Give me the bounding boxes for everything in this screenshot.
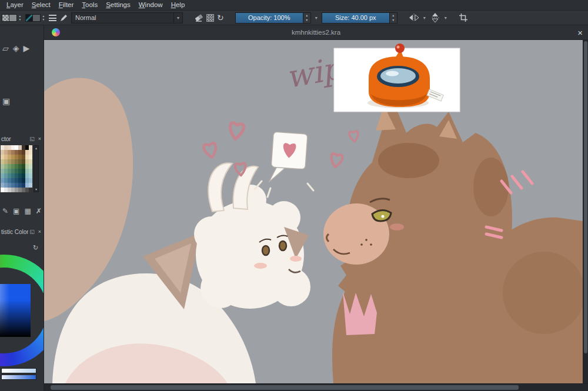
canvas-viewport: wip: [44, 40, 588, 383]
menu-select[interactable]: Select: [28, 0, 55, 10]
scroll-up-icon[interactable]: ▴: [34, 146, 38, 151]
tool-row: ▱ ◈ ▶: [2, 44, 29, 52]
delete-swatch-icon[interactable]: ✗: [36, 208, 42, 215]
vector-docker-header[interactable]: ctor ◱ ×: [0, 135, 44, 143]
mirror-v-dropdown-icon[interactable]: ▾: [443, 15, 448, 21]
grid-view-icon[interactable]: ▦: [24, 208, 31, 215]
canvas-artwork[interactable]: wip: [44, 40, 583, 383]
reference-image[interactable]: [334, 44, 460, 112]
eraser-icon[interactable]: [194, 14, 203, 22]
vertical-scrollbar-thumb[interactable]: [584, 41, 587, 353]
gradient-thumb-icon: [2, 14, 9, 22]
palette-swatch[interactable]: [29, 150, 32, 155]
float-docker-icon[interactable]: ◱: [28, 135, 36, 143]
save-palette-icon[interactable]: ▣: [13, 208, 19, 215]
close-docker-icon[interactable]: ×: [36, 135, 44, 143]
pattern-chooser[interactable]: ▴▾: [25, 14, 46, 22]
tool-move-icon[interactable]: ▶: [24, 44, 30, 52]
pattern-thumb2-icon: [33, 14, 41, 22]
size-value: Size: 40.00 px: [322, 12, 390, 24]
edit-palette-icon[interactable]: ✎: [2, 208, 8, 215]
blend-mode-select[interactable]: Normal ▾: [71, 12, 183, 24]
chevron-down-icon: ▾: [173, 13, 182, 23]
mirror-vertical-icon[interactable]: [430, 14, 440, 22]
fill-thumb-icon: [9, 14, 17, 22]
tool-select-icon[interactable]: ▣: [2, 97, 10, 105]
hue-gradient-strip[interactable]: [1, 375, 36, 380]
vector-docker-title: ctor: [0, 136, 28, 142]
palette-swatch[interactable]: [29, 169, 32, 173]
menu-filter[interactable]: Filter: [55, 0, 78, 10]
menu-bar: Layer Select Filter Tools Settings Windo…: [0, 0, 588, 11]
menu-layer[interactable]: Layer: [2, 0, 28, 10]
pattern-thumb-icon: [25, 14, 33, 22]
canvas-area: kmhnkitties2.kra ×: [44, 25, 588, 391]
palette-scrollbar[interactable]: ▴ ▾: [34, 145, 39, 192]
chooser-arrows-icon: ▴▾: [18, 14, 22, 21]
opacity-value: Opacity: 100%: [235, 12, 303, 24]
left-dock: ▱ ◈ ▶ ▣ ctor ◱ × ▴ ▾ ✎ ▣ ▦ ✗: [0, 25, 44, 391]
size-spin-icon[interactable]: ▴▾: [390, 12, 397, 24]
main-toolbar: ▴▾ ▴▾ Normal ▾ ↻ Opacity: 100% ▴▾: [0, 11, 588, 25]
workspace-chooser-icon[interactable]: [49, 15, 56, 21]
saturation-value-square[interactable]: [0, 284, 31, 337]
reset-selector-icon[interactable]: ↻: [33, 244, 38, 252]
close-docker-icon[interactable]: ×: [36, 228, 44, 236]
palette-swatch[interactable]: [29, 188, 32, 192]
palette-swatch[interactable]: [29, 145, 32, 150]
menu-settings[interactable]: Settings: [102, 0, 135, 10]
alpha-lock-icon[interactable]: [206, 14, 214, 22]
gradient-chooser[interactable]: ▴▾: [2, 14, 22, 22]
tool-pen-icon[interactable]: ◈: [13, 44, 19, 52]
horizontal-scrollbar[interactable]: [44, 383, 588, 391]
palette-grid: [1, 145, 32, 192]
palette-swatch[interactable]: [29, 164, 32, 169]
opacity-dropdown-icon[interactable]: ▾: [314, 15, 319, 21]
brush-editor-icon[interactable]: [59, 14, 68, 22]
blend-mode-value: Normal: [75, 14, 96, 21]
vertical-scrollbar[interactable]: [583, 40, 588, 383]
palette-swatch[interactable]: [29, 159, 32, 164]
palette-swatch[interactable]: [29, 183, 32, 188]
mirror-horizontal-icon[interactable]: [409, 14, 419, 22]
artistic-docker-title: tistic Color S...: [0, 229, 28, 235]
artistic-docker-header[interactable]: tistic Color S... ◱ ×: [0, 228, 44, 236]
krita-window: Layer Select Filter Tools Settings Windo…: [0, 0, 588, 391]
size-slider[interactable]: Size: 40.00 px ▴▾: [322, 12, 397, 24]
chooser-arrows-icon: ▴▾: [41, 14, 46, 21]
opacity-slider[interactable]: Opacity: 100% ▴▾: [235, 12, 311, 24]
tool-assistant-icon[interactable]: ▱: [2, 44, 9, 52]
opacity-spin-icon[interactable]: ▴▾: [303, 12, 311, 24]
menu-help[interactable]: Help: [167, 0, 189, 10]
document-tab-bar: kmhnkitties2.kra ×: [44, 25, 588, 40]
palette-actions: ✎ ▣ ▦ ✗: [2, 208, 42, 215]
tool-row: ▣: [2, 97, 10, 105]
mirror-h-dropdown-icon[interactable]: ▾: [422, 15, 427, 21]
value-gradient-strip[interactable]: [1, 368, 36, 373]
menu-tools[interactable]: Tools: [78, 0, 102, 10]
menu-window[interactable]: Window: [135, 0, 167, 10]
horizontal-scrollbar-thumb[interactable]: [51, 385, 519, 390]
scroll-down-icon[interactable]: ▾: [34, 187, 38, 192]
palette-swatch[interactable]: [29, 155, 32, 159]
crop-icon[interactable]: [459, 14, 467, 22]
palette-swatch[interactable]: [29, 173, 32, 178]
document-tab-title[interactable]: kmhnkitties2.kra: [44, 29, 588, 36]
palette-swatch[interactable]: [29, 178, 32, 183]
reload-preset-icon[interactable]: ↻: [217, 14, 224, 22]
close-document-icon[interactable]: ×: [572, 28, 588, 38]
float-docker-icon[interactable]: ◱: [28, 228, 36, 236]
